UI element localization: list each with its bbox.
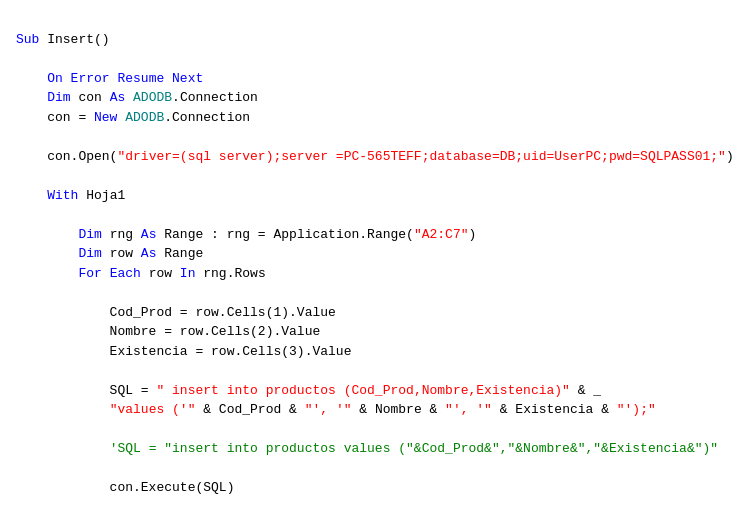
line-1: Sub Insert() (16, 32, 110, 47)
line-5: con = New ADODB.Connection (16, 110, 250, 125)
line-24: con.Execute(SQL) (16, 480, 234, 495)
line-4: Dim con As ADODB.Connection (16, 90, 258, 105)
line-15: Cod_Prod = row.Cells(1).Value (16, 305, 336, 320)
code-editor: Sub Insert() On Error Resume Next Dim co… (16, 10, 722, 520)
line-12: Dim row As Range (16, 246, 203, 261)
line-9: With Hoja1 (16, 188, 125, 203)
line-11: Dim rng As Range : rng = Application.Ran… (16, 227, 476, 242)
line-19: SQL = " insert into productos (Cod_Prod,… (16, 383, 601, 398)
line-3: On Error Resume Next (16, 71, 203, 86)
line-22: 'SQL = "insert into productos values ("&… (16, 441, 718, 456)
line-17: Existencia = row.Cells(3).Value (16, 344, 351, 359)
line-16: Nombre = row.Cells(2).Value (16, 324, 320, 339)
line-13: For Each row In rng.Rows (16, 266, 266, 281)
line-20: "values ('" & Cod_Prod & "', '" & Nombre… (16, 402, 656, 417)
line-7: con.Open("driver=(sql server);server =PC… (16, 149, 734, 164)
